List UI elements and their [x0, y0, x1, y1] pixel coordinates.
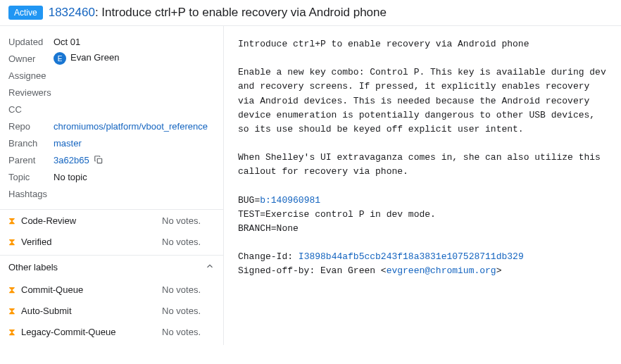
status-badge: Active	[8, 6, 43, 20]
topic-label: Topic	[8, 172, 54, 182]
label-auto-submit[interactable]: ⧗ Auto-Submit No votes.	[0, 300, 223, 321]
change-title: Introduce ctrl+P to enable recovery via …	[101, 6, 387, 19]
label-commit-queue[interactable]: ⧗ Commit-Queue No votes.	[0, 279, 223, 300]
svg-rect-0	[97, 158, 101, 163]
updated-label: Updated	[8, 37, 54, 47]
change-header: Active 1832460: Introduce ctrl+P to enab…	[0, 0, 621, 26]
other-labels-toggle[interactable]: Other labels	[0, 256, 223, 279]
hourglass-icon: ⧗	[8, 305, 15, 317]
label-verified[interactable]: ⧗ Verified No votes.	[0, 231, 223, 252]
avatar: E	[54, 52, 66, 65]
parent-link[interactable]: 3a62b65	[54, 155, 89, 165]
owner-value[interactable]: EEvan Green	[54, 52, 119, 65]
parent-label: Parent	[8, 155, 54, 165]
change-id-link[interactable]: I3898b44afb5ccb243f18a3831e107528711db32…	[299, 251, 524, 262]
signed-off-email[interactable]: evgreen@chromium.org	[387, 265, 496, 276]
branch-link[interactable]: master	[54, 138, 82, 149]
owner-label: Owner	[8, 54, 54, 64]
repo-label: Repo	[8, 121, 54, 132]
reviewers-label: Reviewers	[8, 87, 54, 98]
change-number[interactable]: 1832460	[49, 6, 95, 19]
label-code-review[interactable]: ⧗ Code-Review No votes.	[0, 210, 223, 231]
repo-link[interactable]: chromiumos/platform/vboot_reference	[54, 121, 208, 132]
chevron-up-icon	[205, 261, 215, 273]
assignee-label: Assignee	[8, 70, 54, 81]
topic-value: No topic	[54, 172, 87, 182]
hourglass-icon: ⧗	[8, 284, 15, 296]
hourglass-icon: ⧗	[8, 215, 15, 227]
hashtags-label: Hashtags	[8, 189, 54, 199]
commit-message: Introduce ctrl+P to enable recovery via …	[224, 26, 621, 345]
bug-link[interactable]: b:140960981	[260, 195, 320, 206]
sidebar: Updated Oct 01 Owner EEvan Green Assigne…	[0, 26, 224, 345]
cc-label: CC	[8, 104, 54, 115]
branch-line: BRANCH=None	[238, 223, 299, 234]
copy-icon[interactable]	[94, 155, 104, 165]
test-line: TEST=Exercise control P in dev mode.	[238, 209, 436, 220]
updated-value: Oct 01	[54, 37, 80, 47]
branch-label: Branch	[8, 138, 54, 149]
commit-body-1: Enable a new key combo: Control P. This …	[238, 67, 612, 134]
hourglass-icon: ⧗	[8, 326, 15, 338]
label-legacy-commit-queue[interactable]: ⧗ Legacy-Commit-Queue No votes.	[0, 321, 223, 342]
commit-body-2: When Shelley's UI extravaganza comes in,…	[238, 152, 606, 177]
hourglass-icon: ⧗	[8, 236, 15, 248]
commit-subject: Introduce ctrl+P to enable recovery via …	[238, 39, 529, 49]
